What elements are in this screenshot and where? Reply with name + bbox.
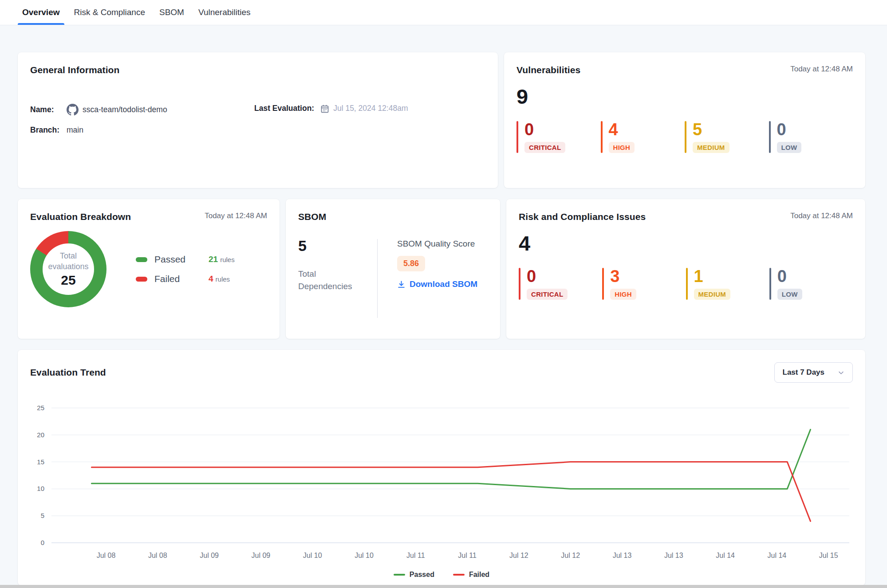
- tab-risk-compliance[interactable]: Risk & Compliance: [67, 0, 153, 25]
- severity-medium: 5 MEDIUM: [685, 121, 769, 153]
- chevron-down-icon: [838, 369, 844, 376]
- risk-compliance-timestamp: Today at 12:48 AM: [790, 212, 853, 220]
- tab-vulnerabilities[interactable]: Vulnerabilities: [191, 0, 258, 25]
- legend-failed-row: Failed 4 rules: [136, 274, 235, 284]
- legend-passed: Passed: [394, 571, 434, 579]
- svg-text:25: 25: [37, 404, 44, 412]
- high-count: 4: [609, 121, 635, 139]
- vertical-divider: [377, 239, 378, 318]
- low-badge: LOW: [777, 142, 802, 153]
- repo-name-value: ssca-team/todolist-demo: [83, 105, 167, 114]
- svg-text:15: 15: [37, 458, 44, 466]
- medium-badge: MEDIUM: [694, 289, 731, 300]
- severity-critical-bar: [516, 121, 518, 153]
- severity-medium-bar: [685, 121, 686, 153]
- time-range-dropdown[interactable]: Last 7 Days: [774, 362, 853, 383]
- last-evaluation-row: Last Evaluation:: [254, 104, 408, 113]
- severity-low: 0 LOW: [769, 268, 853, 300]
- risk-compliance-total: 4: [519, 233, 853, 254]
- failed-line-icon: [453, 574, 465, 576]
- failed-count: 4: [209, 274, 213, 284]
- trend-chart-legend: Passed Failed: [30, 571, 853, 579]
- critical-count: 0: [524, 121, 565, 139]
- medium-count: 5: [693, 121, 729, 139]
- evaluations-donut-chart: Total evaluations 25: [30, 231, 106, 307]
- passed-unit: rules: [220, 256, 235, 263]
- svg-text:Jul 10: Jul 10: [355, 552, 374, 559]
- github-icon: [67, 104, 79, 116]
- tab-sbom[interactable]: SBOM: [152, 0, 191, 25]
- svg-text:Jul 13: Jul 13: [664, 552, 683, 559]
- tab-vulnerabilities-label: Vulnerabilities: [198, 8, 251, 17]
- donut-legend: Passed 21 rules Failed 4 rules: [136, 254, 235, 284]
- tab-sbom-label: SBOM: [159, 8, 184, 17]
- vulnerabilities-severity-row: 0 CRITICAL 4 HIGH 5 MEDIUM 0 LOW: [516, 121, 853, 153]
- sbom-quality-score-badge: 5.86: [397, 256, 425, 271]
- svg-text:Jul 11: Jul 11: [458, 552, 477, 559]
- high-badge: HIGH: [609, 142, 635, 153]
- branch-label: Branch:: [30, 125, 67, 135]
- svg-text:5: 5: [41, 512, 44, 519]
- tab-overview[interactable]: Overview: [15, 0, 67, 25]
- evaluation-breakdown-title: Evaluation Breakdown: [30, 212, 131, 222]
- svg-text:10: 10: [37, 485, 44, 492]
- severity-critical-bar: [519, 268, 520, 300]
- active-tab-underline: [18, 23, 64, 25]
- passed-line-icon: [394, 574, 405, 576]
- svg-text:Jul 11: Jul 11: [406, 552, 425, 559]
- horizontal-scrollbar[interactable]: [0, 585, 887, 588]
- medium-badge: MEDIUM: [693, 142, 729, 153]
- last-evaluation-label: Last Evaluation:: [254, 104, 314, 113]
- svg-text:Jul 12: Jul 12: [561, 552, 580, 559]
- evaluation-breakdown-timestamp: Today at 12:48 AM: [205, 212, 267, 220]
- high-badge: HIGH: [610, 289, 636, 300]
- critical-badge: CRITICAL: [527, 289, 568, 300]
- general-information-card: General Information Name: ssca-team/todo…: [18, 52, 498, 188]
- risk-compliance-severity-row: 0 CRITICAL 3 HIGH 1 MEDIUM 0 LOW: [519, 268, 853, 300]
- passed-pill-icon: [136, 257, 147, 262]
- svg-text:Jul 15: Jul 15: [819, 552, 838, 559]
- severity-low: 0 LOW: [769, 121, 853, 153]
- critical-badge: CRITICAL: [524, 142, 565, 153]
- low-count: 0: [777, 121, 802, 139]
- legend-passed-label: Passed: [410, 571, 434, 579]
- failed-pill-icon: [136, 277, 147, 282]
- download-sbom-link[interactable]: Download SBOM: [397, 279, 477, 289]
- evaluation-breakdown-card: Evaluation Breakdown Today at 12:48 AM T…: [18, 199, 280, 339]
- sbom-quality-score-label: SBOM Quality Score: [397, 239, 477, 249]
- severity-low-bar: [769, 121, 771, 153]
- svg-text:Jul 08: Jul 08: [148, 552, 167, 559]
- time-range-value: Last 7 Days: [783, 368, 825, 377]
- svg-text:Jul 09: Jul 09: [200, 552, 219, 559]
- sbom-card: SBOM 5 Total Dependencies SBOM Quality S…: [286, 199, 500, 339]
- failed-unit: rules: [216, 275, 230, 283]
- legend-failed: Failed: [453, 571, 489, 579]
- svg-text:Jul 12: Jul 12: [509, 552, 528, 559]
- severity-low-bar: [769, 268, 771, 300]
- svg-text:Jul 08: Jul 08: [97, 552, 116, 559]
- severity-medium: 1 MEDIUM: [686, 268, 769, 300]
- severity-medium-bar: [686, 268, 688, 300]
- svg-text:Jul 09: Jul 09: [252, 552, 271, 559]
- tab-risk-compliance-label: Risk & Compliance: [74, 8, 146, 17]
- risk-compliance-card: Risk and Compliance Issues Today at 12:4…: [506, 199, 865, 339]
- legend-failed-label: Failed: [469, 571, 489, 579]
- passed-label: Passed: [154, 254, 209, 265]
- vulnerabilities-total: 9: [516, 86, 853, 107]
- donut-center-label: Total evaluations: [45, 251, 91, 272]
- svg-text:Jul 14: Jul 14: [716, 552, 735, 559]
- severity-high: 4 HIGH: [601, 121, 685, 153]
- evaluation-trend-title: Evaluation Trend: [30, 367, 106, 378]
- severity-high-bar: [601, 121, 603, 153]
- total-dependencies-label: Total Dependencies: [298, 268, 360, 292]
- donut-center-value: 25: [61, 273, 75, 288]
- trend-line-chart: 0510152025Jul 08Jul 08Jul 09Jul 09Jul 10…: [30, 389, 853, 569]
- download-icon: [397, 280, 406, 289]
- low-count: 0: [777, 268, 802, 286]
- tab-bar: Overview Risk & Compliance SBOM Vulnerab…: [0, 0, 887, 25]
- vulnerabilities-timestamp: Today at 12:48 AM: [790, 65, 853, 74]
- sbom-title: SBOM: [298, 212, 488, 222]
- repo-name-row: Name: ssca-team/todolist-demo: [30, 104, 254, 116]
- total-dependencies-value: 5: [298, 237, 377, 255]
- legend-passed-row: Passed 21 rules: [136, 254, 235, 265]
